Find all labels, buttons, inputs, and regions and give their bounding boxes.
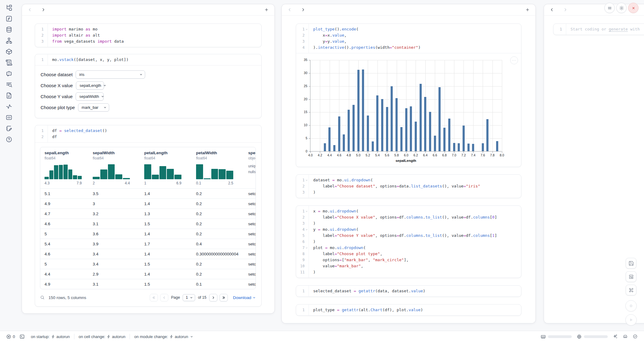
function-icon xyxy=(5,15,13,22)
sidebar-help-button[interactable] xyxy=(5,136,13,143)
table-row[interactable]: 53.41.50.2setosa xyxy=(40,259,256,269)
errors-button[interactable]: 0 xyxy=(6,334,15,339)
sidebar-file-tree-button[interactable] xyxy=(5,4,13,11)
code-editor[interactable]: df = selected_dataset()df xyxy=(48,125,261,142)
sidebar-function-button[interactable] xyxy=(5,15,13,22)
sidebar-sitemap-button[interactable] xyxy=(5,37,13,44)
code-editor[interactable]: x = mo.ui.dropdown( label="Choose X valu… xyxy=(309,206,521,278)
search-icon[interactable] xyxy=(40,295,45,300)
code-editor[interactable]: selected_dataset = getattr(data, dataset… xyxy=(309,286,521,297)
table-row[interactable]: 5.43.91.70.4setosa xyxy=(40,239,256,249)
ai-assistant-button[interactable] xyxy=(613,334,618,339)
first-page-button[interactable] xyxy=(150,294,158,301)
fold-slot xyxy=(305,220,309,226)
code-editor[interactable]: plot_type().encode( x=x.value, y=y.value… xyxy=(309,24,521,53)
sidebar-script-button[interactable] xyxy=(5,59,13,66)
last-page-button[interactable] xyxy=(220,294,228,301)
copilot-button[interactable] xyxy=(623,334,628,339)
play-button[interactable] xyxy=(625,314,637,326)
fold-chevron-icon[interactable] xyxy=(305,177,309,183)
sidebar-database-button[interactable] xyxy=(5,26,13,33)
column-name[interactable]: sepalLength xyxy=(45,151,87,155)
code-editor-placeholder[interactable]: Start coding or generate with xyxy=(566,24,644,35)
generate-with-ai-link[interactable]: generate xyxy=(609,27,628,31)
next-page-button[interactable] xyxy=(209,294,217,301)
table-row[interactable]: 4.63.11.50.2setosa xyxy=(40,219,256,229)
dropdown-mark_bar[interactable]: mark_bar xyxy=(78,103,109,112)
fold-chevron-icon[interactable] xyxy=(305,26,309,32)
download-button[interactable]: Download xyxy=(233,295,256,300)
sidebar-snippets-button[interactable] xyxy=(5,114,13,121)
layout-button[interactable] xyxy=(626,271,636,282)
snippets-icon xyxy=(5,114,13,121)
scroll-left-button[interactable] xyxy=(549,7,554,12)
fold-chevron-icon[interactable] xyxy=(305,226,309,233)
sidebar-scratchpad-button[interactable] xyxy=(5,125,13,132)
fold-slot xyxy=(305,189,309,195)
code-editor[interactable]: mo.vstack([dataset, x, y, plot]) xyxy=(48,54,261,65)
column-name[interactable]: sepalWidth xyxy=(93,151,138,155)
autorun-setting[interactable]: on cell change: autorun xyxy=(79,334,126,339)
table-column-header: sepalWidth float64 24.4 xyxy=(88,151,140,188)
chart-bar xyxy=(458,143,460,151)
dropdown-sepalWidth[interactable]: sepalWidth xyxy=(76,92,104,101)
table-row[interactable]: 4.42.91.40.2setosa xyxy=(40,269,256,279)
script-icon xyxy=(5,59,13,66)
column-name[interactable]: species xyxy=(248,151,254,155)
table-row[interactable]: 4.93.11.50.1setosa xyxy=(40,279,256,289)
chart-menu-button[interactable] xyxy=(510,56,518,64)
scroll-left-button[interactable] xyxy=(287,7,292,12)
fold-chevron-icon[interactable] xyxy=(305,208,309,214)
scroll-right-button[interactable] xyxy=(41,7,46,12)
code-cell-dataframe: 12df = selected_dataset()df sepalLength … xyxy=(35,125,262,307)
help-icon xyxy=(5,136,13,143)
dropdown-iris[interactable]: iris xyxy=(76,70,145,79)
connection-status-button[interactable] xyxy=(633,334,638,339)
fold-slot xyxy=(305,288,309,294)
terminal-button[interactable] xyxy=(20,334,25,339)
scroll-left-button[interactable] xyxy=(27,7,32,12)
command-button[interactable] xyxy=(626,285,636,295)
fold-chevron-icon[interactable] xyxy=(305,245,309,251)
play-icon xyxy=(628,317,634,323)
add-cell-button[interactable] xyxy=(264,7,269,12)
code-editor[interactable]: plot_type = getattr(alt.Chart(df), plot.… xyxy=(309,305,521,315)
sidebar-list-search-button[interactable] xyxy=(5,81,13,88)
code-editor[interactable]: import marimo as moimport altair as altf… xyxy=(48,24,261,47)
cpu-bar xyxy=(584,335,608,338)
autorun-setting[interactable]: on startup: autorun xyxy=(31,334,70,339)
table-row[interactable]: 5.13.51.40.2setosa xyxy=(40,188,256,198)
table-row[interactable]: 53.61.40.2setosa xyxy=(40,229,256,239)
chart-bar xyxy=(324,143,326,151)
dropdown-sepalLength[interactable]: sepalLength xyxy=(76,81,104,90)
scroll-right-button[interactable] xyxy=(301,7,306,12)
autorun-setting[interactable]: on module change: autorun xyxy=(134,334,193,339)
divider xyxy=(74,334,74,339)
fold-slot xyxy=(44,128,48,134)
page-select[interactable]: 1 xyxy=(183,294,195,301)
close-button[interactable] xyxy=(628,3,639,13)
prev-page-button[interactable] xyxy=(160,294,168,301)
memory-icon xyxy=(541,334,546,339)
sidebar-chat-bot-button[interactable] xyxy=(5,70,13,77)
fold-slot xyxy=(305,251,309,257)
scroll-right-button[interactable] xyxy=(563,7,568,12)
table-row[interactable]: 4.63.41.40.30000000000000004setosa xyxy=(40,249,256,259)
copilot-icon xyxy=(623,334,628,339)
table-row[interactable]: 4.73.21.30.2setosa xyxy=(40,208,256,219)
settings-button[interactable] xyxy=(616,3,627,13)
chart-bar xyxy=(424,97,426,151)
chart-bar xyxy=(338,116,340,151)
add-cell-button[interactable] xyxy=(525,7,530,12)
line-numbers: 1 xyxy=(553,24,566,35)
stop-button[interactable] xyxy=(625,300,637,312)
code-editor[interactable]: dataset = mo.ui.dropdown( label="Choose … xyxy=(309,175,521,198)
column-name[interactable]: petalWidth xyxy=(196,151,242,155)
sidebar-activity-button[interactable] xyxy=(5,103,13,110)
sidebar-package-button[interactable] xyxy=(5,48,13,55)
sidebar-document-button[interactable] xyxy=(5,92,13,99)
menu-button[interactable] xyxy=(604,3,615,13)
column-name[interactable]: petalLength xyxy=(144,151,190,155)
table-row[interactable]: 4.931.40.2setosa xyxy=(40,198,256,208)
save-button[interactable] xyxy=(626,258,636,269)
